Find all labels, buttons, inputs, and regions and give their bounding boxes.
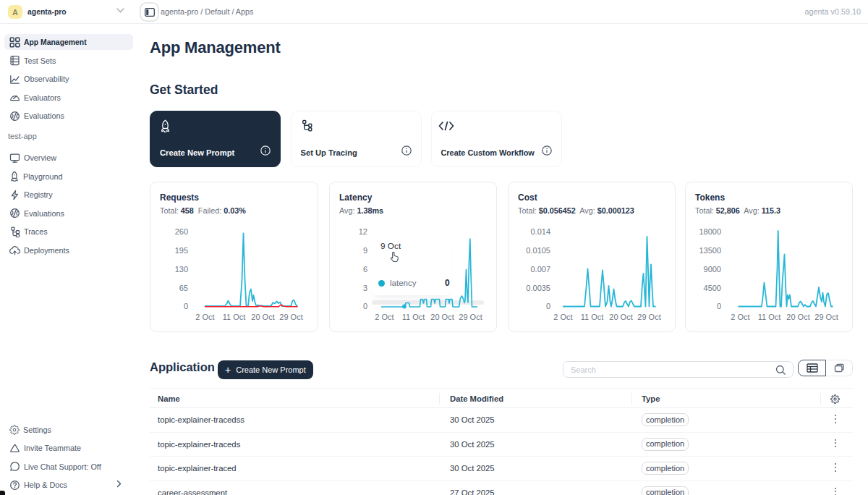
svg-text:11 Oct: 11 Oct (223, 313, 246, 321)
svg-text:20 Oct: 20 Oct (430, 313, 454, 321)
svg-text:18000: 18000 (699, 227, 721, 236)
svg-text:11 Oct: 11 Oct (402, 313, 425, 321)
svg-text:3: 3 (363, 284, 367, 292)
svg-text:20 Oct: 20 Oct (609, 313, 632, 321)
svg-text:0: 0 (546, 302, 550, 310)
svg-text:29 Oct: 29 Oct (637, 313, 660, 321)
svg-text:0.0105: 0.0105 (526, 246, 550, 255)
svg-text:20 Oct: 20 Oct (786, 313, 809, 321)
svg-text:0.0035: 0.0035 (526, 284, 550, 292)
svg-text:0.007: 0.007 (530, 265, 550, 274)
svg-text:2 Oct: 2 Oct (553, 313, 572, 321)
svg-text:6: 6 (363, 265, 367, 274)
svg-text:11 Oct: 11 Oct (758, 313, 781, 321)
svg-text:9: 9 (363, 246, 367, 255)
svg-text:29 Oct: 29 Oct (459, 313, 482, 321)
svg-text:9000: 9000 (704, 265, 721, 274)
svg-text:0: 0 (184, 302, 188, 310)
svg-text:20 Oct: 20 Oct (251, 313, 274, 321)
svg-text:260: 260 (175, 227, 188, 236)
svg-text:2 Oct: 2 Oct (375, 313, 393, 321)
svg-text:4500: 4500 (704, 284, 721, 292)
svg-text:2 Oct: 2 Oct (731, 313, 749, 321)
svg-text:13500: 13500 (699, 246, 721, 255)
svg-text:29 Oct: 29 Oct (279, 313, 302, 321)
svg-text:11 Oct: 11 Oct (581, 313, 604, 321)
svg-text:130: 130 (175, 265, 188, 274)
svg-text:0: 0 (363, 302, 367, 310)
svg-text:2 Oct: 2 Oct (195, 313, 214, 321)
svg-text:0.014: 0.014 (530, 227, 550, 236)
svg-text:29 Oct: 29 Oct (814, 313, 838, 321)
svg-text:195: 195 (175, 246, 188, 255)
svg-text:65: 65 (179, 284, 188, 292)
svg-text:0: 0 (717, 302, 721, 310)
svg-text:12: 12 (359, 227, 367, 236)
